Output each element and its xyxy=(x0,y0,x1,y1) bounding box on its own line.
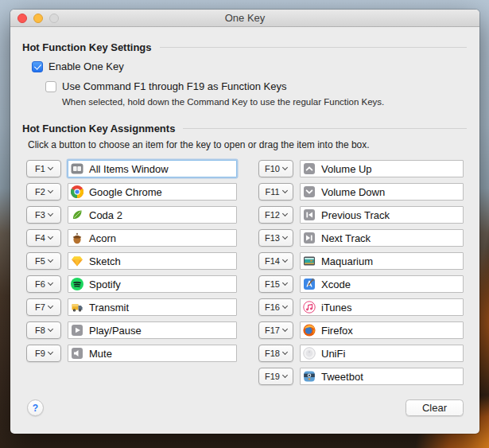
hotkey-row: F10 Volume Up xyxy=(258,160,464,177)
assignment-box[interactable]: Sketch xyxy=(68,252,237,270)
fkey-label: F2 xyxy=(35,187,45,197)
assignment-box[interactable]: Coda 2 xyxy=(68,206,237,224)
chevron-down-icon xyxy=(48,280,53,286)
assignment-box[interactable]: Previous Track xyxy=(300,206,464,224)
assignment-label: Spotify xyxy=(89,279,121,290)
fkey-label: F14 xyxy=(265,256,280,266)
fkey-dropdown[interactable]: F7 xyxy=(26,298,61,316)
assignment-box[interactable]: Volume Down xyxy=(300,183,464,201)
fkey-label: F7 xyxy=(35,302,45,312)
assignment-box[interactable]: Maquarium xyxy=(300,252,464,270)
assignment-label: Google Chrome xyxy=(89,186,162,198)
fkey-dropdown[interactable]: F18 xyxy=(258,345,293,362)
fkey-dropdown[interactable]: F15 xyxy=(258,275,293,293)
fkey-label: F10 xyxy=(265,164,280,173)
command-note: When selected, hold down the Command Key… xyxy=(62,97,384,107)
fkey-label: F15 xyxy=(265,279,280,289)
chevron-down-icon xyxy=(282,234,288,240)
fkey-label: F12 xyxy=(265,210,280,220)
close-button-icon[interactable] xyxy=(17,14,27,23)
chevron-down-icon xyxy=(48,303,53,309)
assignment-box[interactable]: All Items Window xyxy=(68,160,237,177)
assignment-label: Next Track xyxy=(321,232,371,244)
chevron-down-icon xyxy=(48,234,53,240)
fkey-dropdown[interactable]: F16 xyxy=(258,298,293,316)
hotkey-row: F9 Mute xyxy=(26,345,237,362)
assignments-instructions: Click a button to choose an item for the… xyxy=(28,139,370,150)
assignment-box[interactable]: Mute xyxy=(68,345,237,362)
assignment-label: Volume Down xyxy=(321,186,385,198)
window-title: One Key xyxy=(225,12,266,24)
use-command-checkbox[interactable] xyxy=(45,81,56,92)
assignment-box[interactable]: Transmit xyxy=(68,298,237,316)
fkey-label: F18 xyxy=(265,349,280,358)
assignment-box[interactable]: Xcode xyxy=(300,275,464,293)
assignment-box[interactable]: Firefox xyxy=(300,321,464,339)
fkey-dropdown[interactable]: F2 xyxy=(26,183,61,201)
enable-one-key-label: Enable One Key xyxy=(49,60,124,72)
hotkey-row: F16 iTunes xyxy=(258,298,464,316)
assignment-box[interactable]: Spotify xyxy=(68,275,237,293)
fkey-dropdown[interactable]: F10 xyxy=(258,160,293,177)
chevron-down-icon xyxy=(282,349,288,355)
use-command-label: Use Command F1 through F19 as Function K… xyxy=(62,80,287,92)
assignment-box[interactable]: iTunes xyxy=(300,298,464,316)
assignment-label: Volume Up xyxy=(321,163,372,175)
fkey-dropdown[interactable]: F3 xyxy=(26,206,61,224)
settings-section-header: Hot Function Key Settings xyxy=(22,41,467,53)
chevron-down-icon xyxy=(48,188,53,193)
previous-track-icon xyxy=(303,208,316,221)
fkey-dropdown[interactable]: F9 xyxy=(26,345,61,362)
spotify-icon xyxy=(71,278,83,290)
unifi-icon xyxy=(303,347,316,360)
fkey-label: F19 xyxy=(265,372,280,381)
fkey-label: F17 xyxy=(265,325,280,335)
enable-one-key-row: Enable One Key xyxy=(32,60,124,72)
minimize-button-icon[interactable] xyxy=(33,14,43,23)
assignment-label: Acorn xyxy=(89,232,116,244)
fkey-dropdown[interactable]: F5 xyxy=(26,252,61,270)
assignment-label: iTunes xyxy=(321,302,352,314)
assignment-label: Sketch xyxy=(89,255,121,267)
fkey-label: F13 xyxy=(265,233,280,243)
fkey-dropdown[interactable]: F11 xyxy=(258,183,293,201)
desktop-wallpaper: One Key Hot Function Key Settings Enable… xyxy=(0,0,489,448)
assignment-box[interactable]: Acorn xyxy=(68,229,237,247)
assignment-label: Previous Track xyxy=(321,209,390,221)
assignment-box[interactable]: Next Track xyxy=(300,229,464,247)
assignment-box[interactable]: Tweetbot xyxy=(300,368,464,385)
assignment-label: Firefox xyxy=(321,325,353,337)
fkey-dropdown[interactable]: F8 xyxy=(26,321,61,339)
fkey-dropdown[interactable]: F13 xyxy=(258,229,293,247)
chevron-down-icon xyxy=(48,165,53,170)
assignment-box[interactable]: Google Chrome xyxy=(68,183,237,201)
fkey-label: F5 xyxy=(35,256,45,266)
assignment-box[interactable]: Play/Pause xyxy=(68,321,237,339)
settings-section-title: Hot Function Key Settings xyxy=(22,41,152,53)
fkey-dropdown[interactable]: F14 xyxy=(258,252,293,270)
fkey-dropdown[interactable]: F12 xyxy=(258,206,293,224)
fkey-dropdown[interactable]: F19 xyxy=(258,368,293,385)
play-pause-icon xyxy=(71,324,83,337)
assignment-box[interactable]: UniFi xyxy=(300,345,464,362)
fkey-label: F4 xyxy=(35,233,45,243)
hotkey-row: F13 Next Track xyxy=(258,229,464,247)
assignment-label: Tweetbot xyxy=(321,371,363,383)
chevron-down-icon xyxy=(48,257,53,263)
fkey-dropdown[interactable]: F17 xyxy=(258,321,293,339)
assignment-box[interactable]: Volume Up xyxy=(300,160,464,177)
hotkey-row: F8 Play/Pause xyxy=(26,321,237,339)
hotkey-row: F3 Coda 2 xyxy=(26,206,237,224)
chevron-down-icon xyxy=(48,326,53,332)
help-button[interactable]: ? xyxy=(27,399,44,416)
fkey-dropdown[interactable]: F1 xyxy=(26,160,61,177)
divider xyxy=(183,128,467,129)
fkey-dropdown[interactable]: F6 xyxy=(26,275,61,293)
chevron-down-icon xyxy=(282,372,288,378)
enable-one-key-checkbox[interactable] xyxy=(32,61,43,72)
itunes-icon xyxy=(303,301,316,314)
fkey-dropdown[interactable]: F4 xyxy=(26,229,61,247)
titlebar[interactable]: One Key xyxy=(10,10,479,27)
transmit-icon xyxy=(71,301,83,314)
clear-button[interactable]: Clear xyxy=(406,399,464,416)
